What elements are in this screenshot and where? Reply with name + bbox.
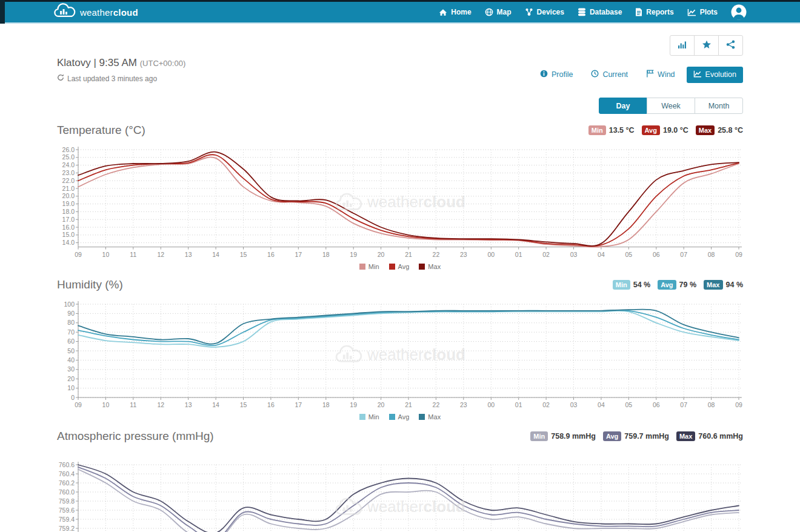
stat-badge: Avg (642, 125, 660, 135)
user-avatar[interactable] (731, 4, 747, 20)
range-tabs: Day Week Month (57, 98, 743, 114)
svg-text:25.0: 25.0 (62, 153, 75, 161)
svg-text:759.6: 759.6 (59, 507, 75, 514)
svg-text:13: 13 (185, 251, 192, 258)
stat-avg: Avg759.7 mmHg (603, 431, 669, 441)
svg-text:18: 18 (322, 251, 330, 258)
tab-current[interactable]: Current (584, 66, 635, 83)
stat-value: 759.7 mmHg (624, 432, 669, 441)
svg-text:20: 20 (378, 251, 385, 258)
svg-text:18: 18 (322, 401, 330, 408)
refresh-icon[interactable] (57, 74, 64, 83)
svg-text:12: 12 (157, 401, 164, 408)
svg-text:03: 03 (570, 251, 578, 258)
nav-home[interactable]: Home (439, 8, 471, 16)
svg-text:760.6: 760.6 (59, 461, 75, 468)
svg-text:15: 15 (240, 401, 247, 408)
svg-text:08: 08 (708, 251, 715, 258)
legend-swatch (389, 414, 395, 420)
svg-text:10: 10 (102, 251, 110, 258)
svg-text:11: 11 (130, 401, 136, 408)
legend-item-max: Max (419, 413, 441, 421)
stat-value: 19.0 °C (663, 126, 688, 135)
svg-text:09: 09 (75, 401, 82, 408)
range-week-button[interactable]: Week (647, 98, 695, 114)
svg-text:80: 80 (67, 319, 75, 326)
svg-text:01: 01 (515, 251, 522, 258)
range-day-button[interactable]: Day (599, 98, 647, 114)
statistics-button[interactable] (670, 35, 695, 56)
legend-item-avg: Avg (389, 263, 410, 270)
weathercloud-logo[interactable]: weathercloud (53, 3, 138, 21)
nav-map[interactable]: Map (485, 8, 512, 16)
svg-text:06: 06 (653, 251, 660, 258)
svg-text:07: 07 (680, 251, 687, 258)
stat-value: 13.5 °C (609, 126, 635, 135)
stat-badge: Min (613, 280, 630, 290)
stat-badge: Max (696, 125, 715, 135)
svg-text:22: 22 (433, 251, 440, 258)
stat-badge: Avg (603, 431, 621, 441)
svg-text:20.0: 20.0 (62, 192, 75, 199)
stat-min: Min758.9 mmHg (530, 431, 596, 441)
temperature-legend: MinAvgMax (57, 263, 743, 270)
svg-text:09: 09 (75, 251, 82, 258)
svg-text:759.2: 759.2 (59, 525, 75, 532)
svg-text:21: 21 (405, 251, 412, 258)
station-toolbar (57, 35, 743, 56)
nav-devices[interactable]: Devices (525, 8, 564, 16)
svg-text:90: 90 (67, 310, 75, 317)
humidity-chart: 1009080706050403020100091011121314151617… (57, 301, 743, 411)
svg-text:50: 50 (67, 347, 75, 354)
top-nav-bar: weathercloud Home Map Devices Database R… (0, 0, 800, 24)
share-button[interactable] (718, 35, 743, 56)
svg-text:16.0: 16.0 (62, 224, 75, 231)
nav-plots[interactable]: Plots (687, 8, 718, 16)
svg-text:23.0: 23.0 (62, 169, 75, 176)
section-title-humidity: Humidity (%) (57, 278, 123, 291)
svg-text:02: 02 (542, 251, 550, 258)
cloud-bars-logo-icon (53, 3, 76, 21)
svg-text:05: 05 (625, 401, 632, 408)
svg-text:16: 16 (267, 251, 275, 258)
last-updated: Last updated 3 minutes ago (57, 74, 185, 83)
svg-text:00: 00 (487, 251, 495, 258)
svg-text:19: 19 (350, 251, 357, 258)
humidity-legend: MinAvgMax (57, 413, 743, 421)
svg-text:13: 13 (185, 401, 192, 408)
tab-evolution[interactable]: Evolution (687, 67, 743, 83)
svg-text:02: 02 (542, 401, 550, 408)
globe-icon (485, 8, 493, 16)
nav-reports[interactable]: Reports (635, 8, 673, 16)
svg-text:15.0: 15.0 (62, 231, 75, 238)
devices-hub-icon (525, 8, 533, 16)
tab-profile[interactable]: Profile (533, 66, 579, 83)
section-title-temperature: Temperature (°C) (57, 124, 145, 137)
svg-text:60: 60 (67, 337, 75, 345)
view-tabs: Profile Current Wind Evolution (533, 66, 743, 83)
range-month-button[interactable]: Month (695, 98, 743, 114)
svg-text:0: 0 (71, 394, 75, 401)
stat-badge: Min (530, 431, 548, 441)
stat-min: Min54 % (613, 280, 650, 290)
svg-text:14: 14 (212, 251, 219, 258)
database-icon (578, 8, 586, 16)
svg-text:26.0: 26.0 (62, 146, 75, 153)
share-icon (726, 40, 735, 52)
favorite-button[interactable] (694, 35, 719, 56)
tab-wind[interactable]: Wind (639, 66, 681, 83)
bar-chart-icon (678, 40, 687, 52)
nav-database[interactable]: Database (578, 8, 622, 16)
humidity-stats: Min54 %Avg79 %Max94 % (613, 280, 743, 290)
legend-swatch (389, 264, 395, 270)
station-title: Klatovy | 9:35 AM (UTC+00:00) (57, 57, 185, 69)
svg-text:23: 23 (460, 401, 467, 408)
svg-text:21: 21 (405, 401, 412, 408)
svg-text:11: 11 (130, 251, 136, 258)
stat-value: 54 % (633, 281, 651, 289)
legend-item-min: Min (359, 263, 379, 270)
svg-text:760.0: 760.0 (59, 488, 75, 496)
svg-text:17.0: 17.0 (62, 216, 75, 223)
svg-text:16: 16 (267, 401, 275, 408)
home-icon (439, 8, 447, 16)
